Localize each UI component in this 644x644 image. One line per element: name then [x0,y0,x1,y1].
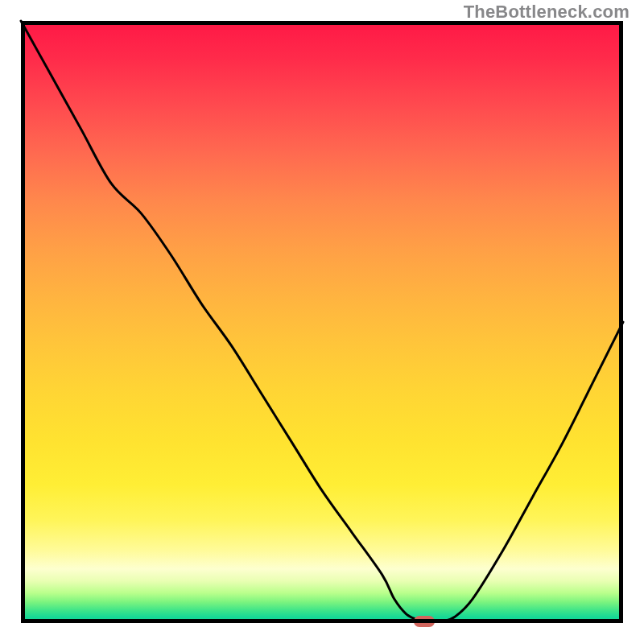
optimum-marker [414,616,435,627]
bottleneck-curve [21,21,623,623]
curve-path [21,21,623,621]
watermark-text: TheBottleneck.com [464,2,630,23]
chart-container: TheBottleneck.com [0,0,644,644]
